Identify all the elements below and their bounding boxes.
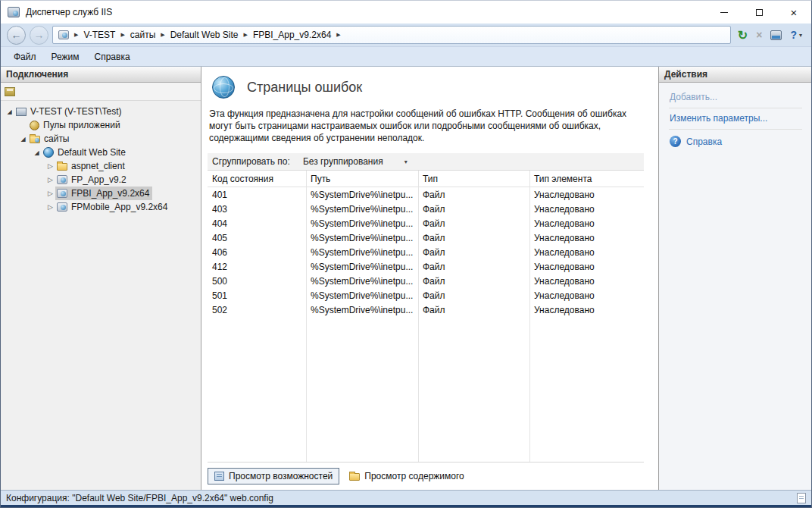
cell-status-code: 403 xyxy=(208,204,306,215)
minimize-button[interactable] xyxy=(707,1,742,24)
expander-expanded-icon[interactable]: ◢ xyxy=(32,149,42,156)
chevron-right-icon[interactable]: ▶ xyxy=(120,32,124,38)
tree-item-sites[interactable]: ◢ сайты xyxy=(1,132,201,146)
menu-file[interactable]: Файл xyxy=(6,48,44,66)
connections-toolbar xyxy=(1,83,201,101)
action-help[interactable]: ? Справка xyxy=(669,130,802,147)
tree-item-fpmobile-app[interactable]: ▷ FPMobile_App_v9.2x64 xyxy=(1,200,201,214)
column-header-path[interactable]: Путь xyxy=(306,174,418,184)
iis-home-icon[interactable] xyxy=(770,30,782,40)
breadcrumb[interactable]: ▶ V-TEST ▶ сайты ▶ Default Web Site ▶ FP… xyxy=(52,26,731,44)
table-row[interactable]: 501 %SystemDrive%\inetpu... Файл Унаслед… xyxy=(208,288,644,303)
tree-item-server[interactable]: ◢ V-TEST (V-TEST\Test) xyxy=(1,105,201,118)
cell-path: %SystemDrive%\inetpu... xyxy=(306,233,418,243)
table-row[interactable]: 403 %SystemDrive%\inetpu... Файл Унаслед… xyxy=(208,202,644,216)
tab-features-view[interactable]: Просмотр возможностей xyxy=(208,468,339,484)
table-row[interactable]: 500 %SystemDrive%\inetpu... Файл Унаслед… xyxy=(208,274,644,288)
action-add[interactable]: Добавить... xyxy=(669,87,802,108)
cell-type: Файл xyxy=(418,233,529,243)
action-edit-settings[interactable]: Изменить параметры... xyxy=(669,108,802,130)
connections-panel: Подключения ◢ V-TEST (V-TEST\Test) Пулы … xyxy=(1,67,201,490)
tree-item-aspnet-client[interactable]: ▷ aspnet_client xyxy=(1,159,201,173)
features-view-icon xyxy=(214,472,224,481)
cell-entry-type: Унаследовано xyxy=(529,233,644,243)
expander-collapsed-icon[interactable]: ▷ xyxy=(45,162,55,170)
help-button[interactable]: ? ▾ xyxy=(790,29,802,41)
menu-help[interactable]: Справка xyxy=(87,48,138,66)
cell-entry-type: Унаследовано xyxy=(529,262,644,272)
tree-item-label: FPBI_App_v9.2x64 xyxy=(71,188,149,199)
cell-status-code: 401 xyxy=(208,190,306,200)
column-header-status-code[interactable]: Код состояния xyxy=(208,174,306,184)
expander-expanded-icon[interactable]: ◢ xyxy=(18,136,28,143)
close-icon: × xyxy=(791,6,798,19)
breadcrumb-item-default-web-site[interactable]: Default Web Site xyxy=(170,30,239,40)
cell-path: %SystemDrive%\inetpu... xyxy=(306,204,418,215)
window-bottom-border xyxy=(1,505,811,507)
cell-type: Файл xyxy=(418,290,529,301)
refresh-icon[interactable]: ↻ xyxy=(738,28,748,42)
actions-list: Добавить... Изменить параметры... ? Спра… xyxy=(659,83,811,147)
cell-status-code: 406 xyxy=(208,247,306,258)
column-header-entry-type[interactable]: Тип элемента xyxy=(529,174,644,184)
page-title: Страницы ошибок xyxy=(247,80,362,96)
cell-type: Файл xyxy=(418,262,529,272)
forward-button[interactable]: → xyxy=(30,26,48,45)
cell-entry-type: Унаследовано xyxy=(529,305,644,315)
table-row[interactable]: 405 %SystemDrive%\inetpu... Файл Унаслед… xyxy=(208,230,644,245)
help-icon: ? xyxy=(670,136,681,147)
cell-status-code: 500 xyxy=(208,276,306,287)
cell-status-code: 501 xyxy=(208,290,306,301)
breadcrumb-item-server[interactable]: V-TEST xyxy=(83,30,115,40)
app-pools-icon xyxy=(30,121,39,130)
cell-entry-type: Унаследовано xyxy=(529,290,644,301)
group-by-value: Без группирования xyxy=(303,156,383,167)
status-text: Конфигурация: "Default Web Site/FPBI_App… xyxy=(6,493,273,503)
tree-item-label: сайты xyxy=(44,133,70,144)
tree-item-app-pools[interactable]: Пулы приложений xyxy=(1,118,201,132)
table-row[interactable]: 412 %SystemDrive%\inetpu... Файл Унаслед… xyxy=(208,259,644,274)
cell-type: Файл xyxy=(418,190,529,200)
expander-collapsed-icon[interactable]: ▷ xyxy=(45,190,55,197)
table-row[interactable]: 401 %SystemDrive%\inetpu... Файл Унаслед… xyxy=(208,187,644,202)
save-connection-icon[interactable] xyxy=(5,87,15,96)
table-row[interactable]: 404 %SystemDrive%\inetpu... Файл Унаслед… xyxy=(208,216,644,230)
stop-icon: × xyxy=(756,29,762,41)
expander-collapsed-icon[interactable]: ▷ xyxy=(45,203,55,211)
table-row[interactable]: 406 %SystemDrive%\inetpu... Файл Унаслед… xyxy=(208,245,644,259)
group-by-dropdown[interactable]: Без группирования ▾ xyxy=(299,155,411,168)
cell-path: %SystemDrive%\inetpu... xyxy=(306,276,418,287)
table-row[interactable]: 502 %SystemDrive%\inetpu... Файл Унаслед… xyxy=(208,303,644,317)
help-icon: ? xyxy=(790,29,797,41)
chevron-right-icon[interactable]: ▶ xyxy=(244,32,248,38)
chevron-down-icon: ▾ xyxy=(404,158,408,165)
close-button[interactable]: × xyxy=(776,1,811,24)
chevron-right-icon[interactable]: ▶ xyxy=(74,32,78,38)
cell-entry-type: Унаследовано xyxy=(529,247,644,258)
cell-status-code: 404 xyxy=(208,218,306,229)
tree-item-fp-app[interactable]: ▷ FP_App_v9.2 xyxy=(1,173,201,187)
application-icon xyxy=(57,202,67,212)
application-icon xyxy=(57,189,67,198)
website-icon xyxy=(43,147,54,158)
content-view-folder-icon xyxy=(349,473,360,481)
tree-item-fpbi-app[interactable]: ▷ FPBI_App_v9.2x64 xyxy=(1,187,201,200)
status-bar: Конфигурация: "Default Web Site/FPBI_App… xyxy=(1,490,811,505)
chevron-right-icon[interactable]: ▶ xyxy=(161,32,164,38)
breadcrumb-item-sites[interactable]: сайты xyxy=(130,30,156,40)
chevron-right-icon[interactable]: ▶ xyxy=(336,32,340,38)
action-help-label: Справка xyxy=(686,136,722,147)
tree-item-label: aspnet_client xyxy=(71,161,125,171)
tree-item-label: FP_App_v9.2 xyxy=(71,174,126,185)
expander-expanded-icon[interactable]: ◢ xyxy=(5,108,14,115)
column-header-type[interactable]: Тип xyxy=(418,174,529,184)
expander-collapsed-icon[interactable]: ▷ xyxy=(45,176,55,183)
tab-content-view[interactable]: Просмотр содержимого xyxy=(342,468,470,484)
breadcrumb-item-app[interactable]: FPBI_App_v9.2x64 xyxy=(253,30,331,40)
feature-header: Страницы ошибок xyxy=(208,74,644,108)
maximize-button[interactable] xyxy=(742,1,776,24)
tree-item-default-web-site[interactable]: ◢ Default Web Site xyxy=(1,146,201,159)
cell-type: Файл xyxy=(418,204,529,215)
back-button[interactable]: ← xyxy=(7,26,26,45)
menu-view[interactable]: Режим xyxy=(44,48,87,66)
